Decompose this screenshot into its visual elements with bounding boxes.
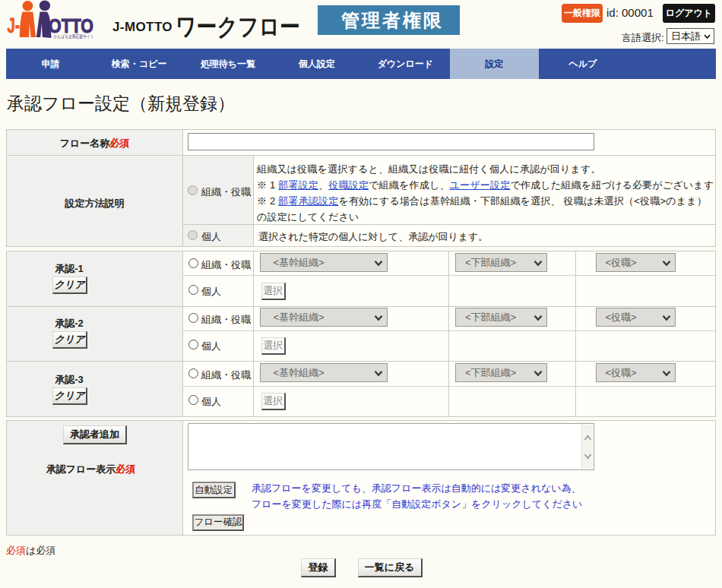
svg-text:かんばる企業応援サイト: かんばる企業応援サイト [54, 33, 94, 40]
svg-text:J-: J- [8, 14, 21, 37]
